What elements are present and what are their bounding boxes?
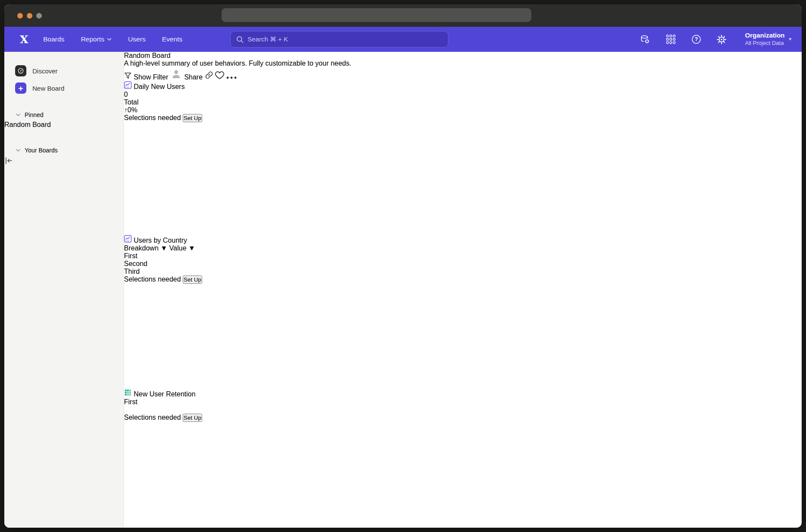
- url-bar[interactable]: [222, 8, 531, 22]
- nav-item-events[interactable]: Events: [162, 35, 182, 43]
- caret-down-icon: ▼: [188, 244, 195, 252]
- ellipsis-icon: [226, 76, 237, 79]
- bar-label: First: [124, 252, 137, 260]
- country-bar-row: First: [124, 252, 253, 260]
- board-content: Random Board A high-level summary of use…: [124, 52, 415, 528]
- settings-gear-icon[interactable]: [716, 34, 727, 45]
- page-subtitle: A high-level summary of user behaviors. …: [124, 60, 415, 67]
- funnel-icon: [124, 72, 132, 79]
- top-nav: X Boards Reports Users Events Search ⌘ +…: [4, 27, 802, 52]
- collapse-left-icon: [4, 156, 13, 165]
- chevron-down-icon: [16, 114, 20, 116]
- caret-down-icon: ▼: [161, 244, 168, 252]
- breakdown-dropdown[interactable]: Breakdown ▼: [124, 244, 169, 252]
- org-switcher[interactable]: Organization All Project Data ▾: [745, 32, 791, 47]
- show-filter-button[interactable]: Show Filter: [124, 73, 170, 81]
- status-text: Selections needed: [124, 276, 181, 283]
- sidebar-item-label: Discover: [32, 67, 57, 75]
- sidebar-section-your-boards[interactable]: Your Boards: [16, 147, 124, 154]
- copy-link-button[interactable]: [205, 73, 215, 81]
- chart-legend: First: [124, 398, 320, 406]
- metric-label: Total: [124, 98, 253, 106]
- page-title: Random Board: [124, 52, 415, 60]
- nav-item-users[interactable]: Users: [128, 35, 145, 43]
- section-label: Pinned: [25, 111, 44, 118]
- bar-label: Second: [124, 260, 147, 267]
- search-icon: [236, 36, 244, 43]
- country-bar-row: Third: [124, 268, 253, 276]
- compass-icon: [15, 65, 26, 76]
- svg-text:?: ?: [695, 36, 698, 42]
- set-up-button[interactable]: Set Up: [183, 414, 202, 422]
- retention-chart: 75%50%25%0%< Day 1Day 2Day 3Day 4Day 5Da…: [124, 406, 320, 414]
- nav-right: ? Organization All Project Data ▾: [640, 27, 791, 52]
- metric-value: 0: [124, 91, 253, 98]
- traffic-light-minimize-icon[interactable]: [27, 13, 32, 19]
- org-title: Organization: [745, 32, 785, 40]
- card-users-by-country: Users by Country Breakdown ▼ Value ▼ Fir…: [124, 235, 253, 389]
- data-management-icon[interactable]: [640, 34, 651, 45]
- card-new-user-retention: New User Retention First 75%50%25%0%< Da…: [124, 389, 320, 528]
- card-footer: Selections needed Set Up: [124, 276, 253, 284]
- status-text: Selections needed: [124, 414, 181, 421]
- heart-icon: [215, 71, 224, 79]
- legend-item: First: [124, 398, 137, 405]
- sidebar-item-discover[interactable]: Discover: [15, 62, 124, 79]
- line-chart-icon: [124, 83, 133, 90]
- sidebar-item-random-board[interactable]: Random Board: [4, 121, 124, 129]
- status-text: Selections needed: [124, 114, 181, 121]
- chevron-down-icon: ▾: [789, 36, 791, 42]
- value-dropdown[interactable]: Value ▼: [169, 244, 195, 252]
- window-titlebar: [4, 4, 802, 27]
- card-daily-new-users: Daily New Users 0 Total ↑0% Selections n…: [124, 81, 253, 235]
- sidebar-collapse-button[interactable]: [4, 156, 124, 167]
- app-window: X Boards Reports Users Events Search ⌘ +…: [4, 4, 802, 528]
- retention-grid-icon: [124, 390, 133, 398]
- apps-grid-icon[interactable]: [665, 34, 676, 45]
- line-chart-icon: [124, 237, 133, 244]
- country-bars: FirstSecondThird: [124, 252, 253, 276]
- card-title: Daily New Users: [133, 83, 184, 90]
- traffic-light-zoom-icon[interactable]: [36, 13, 42, 19]
- board-actions: Show Filter Share: [124, 67, 415, 81]
- app-shell: Discover + New Board Pinned Random Board…: [4, 52, 802, 528]
- set-up-button[interactable]: Set Up: [183, 114, 202, 122]
- nav-item-boards[interactable]: Boards: [43, 35, 64, 43]
- traffic-light-close-icon[interactable]: [17, 13, 23, 19]
- chevron-down-icon: [107, 38, 111, 41]
- board-name: Random Board: [4, 121, 51, 128]
- nav-menu: Boards Reports Users Events: [43, 35, 182, 43]
- favorite-button[interactable]: [215, 73, 226, 81]
- plus-icon: +: [15, 82, 26, 94]
- sidebar: Discover + New Board Pinned Random Board…: [4, 52, 124, 528]
- card-title: New User Retention: [133, 390, 195, 398]
- set-up-button[interactable]: Set Up: [183, 276, 202, 284]
- org-subtitle: All Project Data: [745, 40, 785, 47]
- bar-label: Third: [124, 268, 140, 275]
- search-placeholder: Search ⌘ + K: [248, 35, 288, 43]
- search-input[interactable]: Search ⌘ + K: [230, 31, 448, 48]
- more-options-button[interactable]: [226, 73, 237, 81]
- section-label: Your Boards: [25, 147, 58, 154]
- sidebar-section-pinned[interactable]: Pinned: [16, 111, 124, 118]
- card-footer: Selections needed Set Up: [124, 414, 320, 422]
- country-bar-row: Second: [124, 260, 253, 268]
- help-icon[interactable]: ?: [691, 34, 702, 45]
- avatar[interactable]: [170, 73, 184, 81]
- nav-item-reports[interactable]: Reports: [81, 35, 111, 43]
- sidebar-item-new-board[interactable]: + New Board: [15, 79, 124, 97]
- card-title: Users by Country: [133, 237, 187, 244]
- mixpanel-logo-icon[interactable]: X: [20, 34, 31, 45]
- share-button[interactable]: Share: [184, 73, 203, 81]
- metric-delta-badge: ↑0%: [124, 106, 253, 114]
- person-icon: [170, 67, 182, 79]
- sidebar-item-label: New Board: [32, 85, 64, 92]
- chevron-down-icon: [16, 149, 20, 152]
- link-icon: [205, 71, 213, 79]
- card-footer: Selections needed Set Up: [124, 114, 253, 122]
